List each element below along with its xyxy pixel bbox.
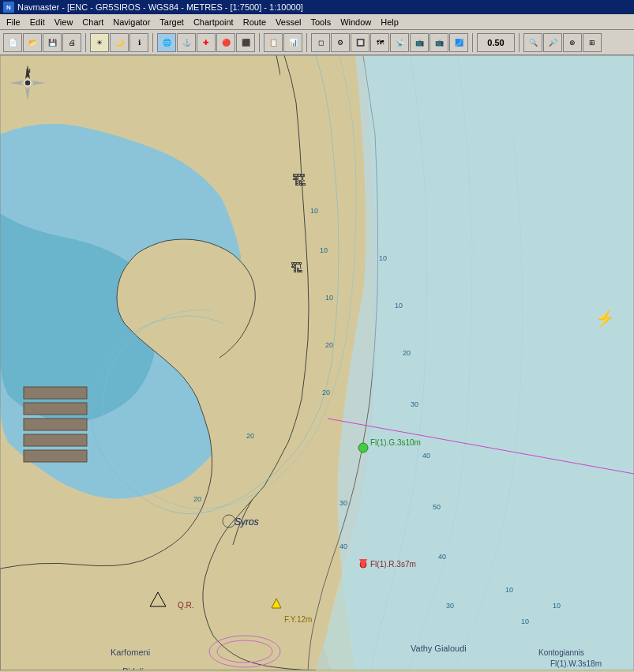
menu-file[interactable]: File bbox=[2, 16, 25, 28]
svg-text:20: 20 bbox=[322, 389, 330, 396]
misc-btn4[interactable]: 🗺 bbox=[370, 33, 389, 52]
new-button[interactable]: 📄 bbox=[3, 33, 22, 52]
light3-label: Fl(1).W.3s18m bbox=[550, 659, 602, 668]
karfomeni-label: Karfomeni bbox=[111, 648, 150, 657]
misc-btn5[interactable]: 📡 bbox=[390, 33, 409, 52]
svg-marker-42 bbox=[9, 81, 24, 85]
toolbar-group-misc: ◻ ⚙ 🔲 🗺 📡 📺 📺 🗾 bbox=[311, 33, 468, 52]
menu-navigator[interactable]: Navigator bbox=[108, 16, 155, 28]
menubar: File Edit View Chart Navigator Target Ch… bbox=[0, 14, 634, 30]
svg-text:40: 40 bbox=[340, 542, 347, 550]
menu-tools[interactable]: Tools bbox=[306, 16, 336, 28]
zoom-out-button[interactable]: 🔎 bbox=[543, 33, 562, 52]
menu-help[interactable]: Help bbox=[376, 16, 403, 28]
sep5 bbox=[472, 33, 473, 52]
svg-point-7 bbox=[358, 443, 368, 452]
svg-point-44 bbox=[24, 80, 31, 86]
svg-text:40: 40 bbox=[422, 452, 430, 460]
chart-btn1[interactable]: 📋 bbox=[264, 33, 283, 52]
light2-label: Fl(1).R.3s7m bbox=[370, 560, 416, 569]
night-mode-button[interactable]: 🌙 bbox=[110, 33, 129, 52]
svg-text:10: 10 bbox=[320, 246, 328, 254]
zoom-reset-button[interactable]: ⊞ bbox=[583, 33, 602, 52]
toolbar-group-file: 📄 📂 💾 🖨 bbox=[3, 33, 81, 52]
menu-view[interactable]: View bbox=[50, 16, 78, 28]
menu-window[interactable]: Window bbox=[336, 16, 376, 28]
app-icon: N bbox=[3, 2, 14, 13]
svg-text:10: 10 bbox=[325, 294, 333, 302]
svg-text:30: 30 bbox=[340, 499, 347, 507]
menu-edit[interactable]: Edit bbox=[25, 16, 50, 28]
svg-text:N: N bbox=[26, 67, 31, 74]
svg-text:20: 20 bbox=[193, 495, 201, 503]
svg-text:🏗: 🏗 bbox=[292, 173, 306, 189]
misc-btn8[interactable]: 🗾 bbox=[449, 33, 468, 52]
nav-btn2[interactable]: ⚓ bbox=[177, 33, 196, 52]
toolbar-group-nav: 🌐 ⚓ ✚ 🔴 ⬛ bbox=[157, 33, 255, 52]
svg-rect-2 bbox=[24, 403, 87, 415]
nav-btn4[interactable]: 🔴 bbox=[216, 33, 235, 52]
misc-btn6[interactable]: 📺 bbox=[410, 33, 429, 52]
svg-text:50: 50 bbox=[433, 503, 441, 511]
qr-label: Q.R. bbox=[178, 601, 194, 610]
menu-chartpoint[interactable]: Chartpoint bbox=[189, 16, 238, 28]
svg-text:10: 10 bbox=[505, 586, 513, 594]
light1-label: Fl(1).G.3s10m bbox=[370, 438, 421, 447]
svg-marker-43 bbox=[32, 81, 46, 85]
toolbar-group-zoom: 🔍 🔎 ⊕ ⊞ bbox=[523, 33, 602, 52]
day-mode-button[interactable]: ☀ bbox=[90, 33, 109, 52]
kontogiannis-label: Kontogiannis bbox=[538, 648, 584, 657]
menu-target[interactable]: Target bbox=[155, 16, 189, 28]
svg-rect-1 bbox=[24, 387, 87, 399]
svg-text:40: 40 bbox=[438, 553, 446, 561]
svg-rect-4 bbox=[24, 434, 87, 446]
sep6 bbox=[519, 33, 520, 52]
pidali-label: Pidali bbox=[122, 666, 144, 670]
svg-rect-5 bbox=[24, 450, 87, 462]
sep2 bbox=[152, 33, 153, 52]
toolbar: 📄 📂 💾 🖨 ☀ 🌙 ℹ 🌐 ⚓ ✚ 🔴 ⬛ 📋 📊 ◻ ⚙ 🔲 🗺 📡 📺 … bbox=[0, 30, 634, 55]
compass-rose: N bbox=[8, 63, 47, 103]
misc-btn3[interactable]: 🔲 bbox=[351, 33, 370, 52]
menu-route[interactable]: Route bbox=[238, 16, 271, 28]
svg-text:10: 10 bbox=[521, 618, 529, 625]
open-button[interactable]: 📂 bbox=[23, 33, 42, 52]
svg-text:10: 10 bbox=[395, 302, 403, 310]
svg-text:20: 20 bbox=[403, 349, 411, 357]
vathy-gialoudi-label: Vathy Gialoudi bbox=[411, 644, 467, 653]
titlebar-title: Navmaster - [ENC - GR5SIROS - WGS84 - ME… bbox=[17, 2, 303, 12]
toolbar-group-chart: 📋 📊 bbox=[264, 33, 302, 52]
zoom-in-button[interactable]: 🔍 bbox=[523, 33, 542, 52]
misc-btn7[interactable]: 📺 bbox=[430, 33, 448, 52]
sep3 bbox=[259, 33, 260, 52]
sep4 bbox=[306, 33, 307, 52]
menu-chart[interactable]: Chart bbox=[77, 16, 108, 28]
svg-rect-3 bbox=[24, 419, 87, 430]
info-button[interactable]: ℹ bbox=[129, 33, 148, 52]
svg-text:10: 10 bbox=[379, 254, 387, 262]
svg-text:30: 30 bbox=[411, 400, 418, 408]
sep1 bbox=[85, 33, 86, 52]
svg-text:🏗: 🏗 bbox=[291, 261, 303, 275]
svg-text:20: 20 bbox=[325, 341, 333, 349]
nav-btn5[interactable]: ⬛ bbox=[236, 33, 255, 52]
save-button[interactable]: 💾 bbox=[43, 33, 62, 52]
zoom-value-display: 0.50 bbox=[477, 33, 515, 52]
menu-vessel[interactable]: Vessel bbox=[271, 16, 306, 28]
map-container[interactable]: 🏗 🏗 ⚡ 10 10 10 20 20 20 10 10 20 30 40 5… bbox=[0, 55, 634, 670]
fy-label: F.Y.12m bbox=[284, 615, 312, 624]
svg-text:10: 10 bbox=[553, 602, 561, 610]
nav-btn1[interactable]: 🌐 bbox=[157, 33, 176, 52]
misc-btn1[interactable]: ◻ bbox=[311, 33, 330, 52]
toolbar-group-view: ☀ 🌙 ℹ bbox=[90, 33, 148, 52]
titlebar: N Navmaster - [ENC - GR5SIROS - WGS84 - … bbox=[0, 0, 634, 14]
print-button[interactable]: 🖨 bbox=[62, 33, 81, 52]
map-svg: 🏗 🏗 ⚡ 10 10 10 20 20 20 10 10 20 30 40 5… bbox=[0, 55, 634, 670]
zoom-fit-button[interactable]: ⊕ bbox=[563, 33, 582, 52]
chart-btn2[interactable]: 📊 bbox=[283, 33, 302, 52]
nav-btn3[interactable]: ✚ bbox=[197, 33, 216, 52]
svg-text:Syros: Syros bbox=[234, 516, 259, 527]
misc-btn2[interactable]: ⚙ bbox=[331, 33, 350, 52]
svg-text:10: 10 bbox=[310, 207, 318, 215]
svg-marker-41 bbox=[25, 87, 30, 101]
